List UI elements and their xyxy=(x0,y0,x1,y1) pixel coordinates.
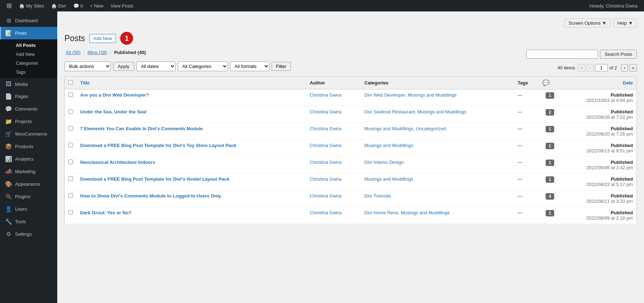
filter-button[interactable]: Filter xyxy=(272,62,291,71)
category-link[interactable]: Musings and Muddlings xyxy=(365,143,414,148)
post-title-link[interactable]: How to Show Divi's Comments Module to Lo… xyxy=(80,193,221,199)
formats-filter[interactable]: All formats xyxy=(230,62,269,71)
row-checkbox[interactable] xyxy=(68,92,73,97)
sidebar-item-products[interactable]: 📦 Products xyxy=(0,140,57,153)
next-page-button[interactable]: › xyxy=(621,64,628,72)
row-checkbox[interactable] xyxy=(68,210,73,215)
adminbar-divi[interactable]: 🏠 Divi xyxy=(48,0,70,11)
sidebar-item-users[interactable]: 👤 Users xyxy=(0,203,57,215)
category-link[interactable]: Divi Home Reno, Musings and Muddlings xyxy=(365,210,450,215)
post-date: 2022/08/22 at 5:17 pm xyxy=(565,182,633,187)
page-number-input[interactable] xyxy=(595,64,608,72)
sidebar-item-marketing[interactable]: 📣 Marketing xyxy=(0,165,57,178)
adminbar-mysites[interactable]: 🏠 My Sites xyxy=(15,0,48,11)
first-page-button[interactable]: « xyxy=(578,64,585,72)
adminbar-comments[interactable]: 💬 0 xyxy=(70,0,87,11)
adminbar-viewposts[interactable]: View Posts xyxy=(107,0,137,11)
sidebar-item-media[interactable]: 🖼 Media xyxy=(0,78,57,90)
table-row: How to Show Divi's Comments Module to Lo… xyxy=(65,190,637,207)
category-link[interactable]: Divi Seafood Restaurant, Musings and Mud… xyxy=(365,109,467,114)
row-checkbox[interactable] xyxy=(68,143,73,147)
author-link[interactable]: Christina Gwira xyxy=(310,126,342,131)
sidebar-item-dashboard[interactable]: ⊞ Dashboard xyxy=(0,14,57,27)
sidebar-item-label: Marketing xyxy=(15,169,35,174)
category-link[interactable]: Divi Interior Design xyxy=(365,160,404,165)
author-link[interactable]: Christina Gwira xyxy=(310,193,342,199)
tab-published[interactable]: Published (40) xyxy=(113,49,147,56)
search-posts-button[interactable]: Search Posts xyxy=(600,50,637,59)
th-date[interactable]: Date xyxy=(561,77,637,89)
th-title[interactable]: Title xyxy=(77,77,306,89)
post-date: 2022/09/06 at 2:42 pm xyxy=(565,165,633,170)
author-link[interactable]: Christina Gwira xyxy=(310,210,342,215)
comment-count-badge: 1 xyxy=(546,126,554,132)
sidebar-item-label: Comments xyxy=(15,106,38,112)
post-title-link[interactable]: Download a FREE Blog Post Template for D… xyxy=(80,143,236,148)
row-checkbox[interactable] xyxy=(68,126,73,131)
sidebar-item-tools[interactable]: 🔧 Tools xyxy=(0,215,57,228)
help-button[interactable]: Help ▼ xyxy=(613,19,637,28)
last-page-button[interactable]: » xyxy=(629,64,637,72)
comment-count-badge: 1 xyxy=(546,210,554,216)
bulk-actions-select[interactable]: Bulk actions xyxy=(64,62,111,71)
sidebar-item-analytics[interactable]: 📊 Analytics xyxy=(0,153,57,165)
tab-mine[interactable]: Mine (28) xyxy=(86,49,109,56)
author-link[interactable]: Christina Gwira xyxy=(310,160,342,165)
submenu-add-new[interactable]: Add New xyxy=(0,50,57,59)
sidebar-item-woocommerce[interactable]: 🛒 WooCommerce xyxy=(0,128,57,140)
select-all-checkbox[interactable] xyxy=(68,80,73,85)
row-checkbox[interactable] xyxy=(68,160,73,164)
post-title-link[interactable]: 7 Elements You Can Enable in Divi's Comm… xyxy=(80,126,203,131)
add-new-button[interactable]: Add New xyxy=(89,34,116,43)
sidebar-item-projects[interactable]: 📁 Projects xyxy=(0,115,57,128)
sidebar-item-label: Settings xyxy=(15,231,32,237)
post-title-link[interactable]: Dark Grout: Yes or No? xyxy=(80,210,132,215)
sidebar-item-appearance[interactable]: 🎨 Appearance xyxy=(0,178,57,190)
author-link[interactable]: Christina Gwira xyxy=(310,92,342,98)
row-checkbox[interactable] xyxy=(68,193,73,198)
posts-icon: 📝 xyxy=(5,30,12,36)
sidebar-item-comments[interactable]: 💬 Comments xyxy=(0,103,57,115)
submenu-categories[interactable]: Categories xyxy=(0,59,57,68)
row-checkbox[interactable] xyxy=(68,176,73,181)
tab-all[interactable]: All (50) xyxy=(64,49,82,56)
post-date: 2022/08/11 at 3:33 pm xyxy=(565,199,633,204)
row-checkbox[interactable] xyxy=(68,109,73,114)
table-row: Download a FREE Blog Post Template for D… xyxy=(65,140,637,157)
post-title-link[interactable]: Neoclassical Architecture Indoors xyxy=(80,160,155,165)
category-link[interactable]: Divi Web Developer, Musings and Muddling… xyxy=(365,92,457,98)
table-row: Download a FREE Blog Post Template for D… xyxy=(65,174,637,190)
post-title-link[interactable]: Under the Sea, Under the Sea! xyxy=(80,109,147,114)
table-row: 7 Elements You Can Enable in Divi's Comm… xyxy=(65,123,637,140)
tools-icon: 🔧 xyxy=(5,218,12,225)
wp-logo[interactable]: ⊞ xyxy=(3,0,15,11)
author-link[interactable]: Christina Gwira xyxy=(310,143,342,148)
categories-filter[interactable]: All Categories xyxy=(178,62,228,71)
post-title-link[interactable]: Are you a Divi Web Developer? xyxy=(80,92,149,98)
table-row: Are you a Divi Web Developer? Christina … xyxy=(65,89,637,106)
submenu-tags[interactable]: Tags xyxy=(0,68,57,77)
author-link[interactable]: Christina Gwira xyxy=(310,109,342,114)
search-input[interactable] xyxy=(526,50,598,59)
prev-page-button[interactable]: ‹ xyxy=(587,64,593,72)
products-icon: 📦 xyxy=(5,143,12,150)
post-title-link[interactable]: Download a FREE Blog Post Template for D… xyxy=(80,176,229,182)
sidebar-item-posts[interactable]: 📝 Posts xyxy=(0,27,57,39)
screen-options-button[interactable]: Screen Options ▼ xyxy=(565,19,610,28)
category-link[interactable]: Musings and Muddlings xyxy=(365,176,414,182)
adminbar-new[interactable]: + New xyxy=(87,0,107,11)
submenu-all-posts[interactable]: All Posts xyxy=(0,41,57,50)
th-tags: Tags xyxy=(514,77,539,89)
dates-filter[interactable]: All dates xyxy=(136,62,176,71)
category-link[interactable]: Musings and Muddlings, Uncategorized xyxy=(365,126,446,131)
chevron-down-icon: ▼ xyxy=(602,20,607,26)
sidebar-item-settings[interactable]: ⚙ Settings xyxy=(0,228,57,240)
apply-button[interactable]: Apply xyxy=(113,62,134,71)
sidebar-item-pages[interactable]: 📄 Pages xyxy=(0,90,57,103)
main-topbar: Screen Options ▼ Help ▼ xyxy=(64,19,637,28)
category-link[interactable]: Divi Tutorials xyxy=(365,193,391,199)
post-date: 2022/09/26 at 7:22 pm xyxy=(565,114,633,120)
sidebar-item-label: WooCommerce xyxy=(15,131,47,137)
author-link[interactable]: Christina Gwira xyxy=(310,176,342,182)
sidebar-item-plugins[interactable]: 🔌 Plugins xyxy=(0,190,57,203)
